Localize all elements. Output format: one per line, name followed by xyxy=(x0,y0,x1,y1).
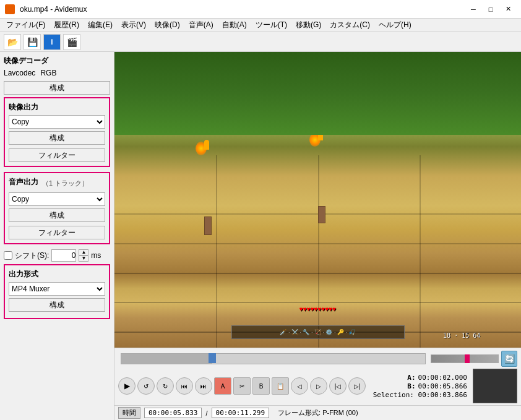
menu-history[interactable]: 履歴(R) xyxy=(50,19,83,32)
menu-bar: ファイル(F) 履歴(R) 編集(E) 表示(V) 映像(D) 音声(A) 自動… xyxy=(0,19,521,32)
shift-row: シフト(S): ▲ ▼ ms xyxy=(4,249,110,262)
decoder-row: Lavcodec RGB xyxy=(4,69,110,77)
time-separator: / xyxy=(205,409,207,417)
maximize-button[interactable]: □ xyxy=(483,3,499,15)
paste-button[interactable]: 📋 xyxy=(272,377,289,395)
video-preview: ♥♥♥♥♥♥♥♥♥♥ 🗡️ · ⚔️ · 🔧 · 🏹 · ⚙️ · 🔑 · 🎣 … xyxy=(114,52,521,348)
loop-indicator: 🔄 xyxy=(501,351,517,367)
close-button[interactable]: ✕ xyxy=(500,3,516,15)
total-time: 00:00:11.299 xyxy=(212,408,269,418)
go-start-button[interactable]: |◁ xyxy=(329,377,347,395)
video-panel: ♥♥♥♥♥♥♥♥♥♥ 🗡️ · ⚔️ · 🔧 · 🏹 · ⚙️ · 🔑 · 🎣 … xyxy=(114,52,521,420)
decoder-label: 映像デコーダ xyxy=(4,56,110,66)
audio-output-label: 音声出力 xyxy=(9,177,38,187)
audio-track-info: （1 トラック） xyxy=(42,179,88,188)
menu-auto[interactable]: 自動(A) xyxy=(218,19,251,32)
toolbar-info[interactable]: i xyxy=(43,34,61,50)
a-label: A: xyxy=(407,374,415,382)
audio-output-box: 音声出力 （1 トラック） Copy AAC MP3 AC3 構成 フィルター xyxy=(4,172,110,244)
forward-button[interactable]: ↻ xyxy=(157,377,174,395)
toolbar-preview[interactable]: 🎬 xyxy=(63,34,80,50)
bottom-controls: 🔄 ▶ ↺ ↻ ⏮ ⏭ A ✂ B 📋 ◁ ▷ |◁ ▷| xyxy=(114,348,521,420)
menu-edit[interactable]: 編集(E) xyxy=(84,19,116,32)
audio-output-dropdown[interactable]: Copy AAC MP3 AC3 xyxy=(9,192,105,206)
toolbar-save[interactable]: 💾 xyxy=(24,34,41,50)
main-timeline[interactable] xyxy=(121,353,426,364)
app-icon xyxy=(5,4,15,14)
decoder-codec: Lavcodec xyxy=(4,69,35,77)
menu-video[interactable]: 映像(D) xyxy=(151,19,184,32)
time-mode-button[interactable]: 時間 xyxy=(118,407,140,419)
menu-file[interactable]: ファイル(F) xyxy=(2,19,49,32)
video-output-dropdown[interactable]: Copy x264 x265 FFV1 xyxy=(9,115,105,129)
audio-filter-button[interactable]: フィルター xyxy=(9,226,105,239)
a-time: 00:00:02.000 xyxy=(418,374,467,382)
left-panel: 映像デコーダ Lavcodec RGB 構成 映像出力 Copy x264 x2… xyxy=(0,52,114,420)
output-format-dropdown[interactable]: MP4 Muxer MKV Muxer AVI Muxer xyxy=(9,282,105,296)
menu-help[interactable]: ヘルプ(H) xyxy=(375,19,415,32)
timeline-row: 🔄 xyxy=(114,348,521,367)
shift-up-button[interactable]: ▲ xyxy=(79,249,88,255)
frame-info: フレーム形式: P-FRM (00) xyxy=(278,408,358,418)
next-keyframe-button[interactable]: ⏭ xyxy=(195,377,212,395)
minimize-button[interactable]: ─ xyxy=(465,3,481,15)
current-time: 00:00:05.833 xyxy=(144,408,202,418)
title-bar: oku.mp4 - Avidemux ─ □ ✕ xyxy=(0,0,521,19)
toolbar: 📂 💾 i 🎬 xyxy=(0,32,521,52)
audio-config-button[interactable]: 構成 xyxy=(9,208,105,222)
b-time: 00:00:05.866 xyxy=(418,382,467,390)
shift-label: シフト(S): xyxy=(15,251,49,261)
shift-down-button[interactable]: ▼ xyxy=(79,255,88,262)
shift-input[interactable] xyxy=(51,249,76,262)
menu-tools[interactable]: ツール(T) xyxy=(252,19,291,32)
b-label: B: xyxy=(407,382,415,390)
window-title: oku.mp4 - Avidemux xyxy=(20,5,87,14)
video-config-button[interactable]: 構成 xyxy=(9,131,105,145)
shift-checkbox[interactable] xyxy=(4,251,12,260)
decoder-section: 映像デコーダ Lavcodec RGB 構成 xyxy=(4,56,110,97)
timeline-thumb[interactable] xyxy=(209,353,216,363)
decoder-format: RGB xyxy=(40,69,56,77)
toolbar-open[interactable]: 📂 xyxy=(4,34,21,50)
output-format-label: 出力形式 xyxy=(9,269,105,280)
output-format-config-button[interactable]: 構成 xyxy=(9,298,105,312)
content-area: 映像デコーダ Lavcodec RGB 構成 映像出力 Copy x264 x2… xyxy=(0,52,521,420)
mark-b-button[interactable]: B xyxy=(252,377,270,395)
video-output-box: 映像出力 Copy x264 x265 FFV1 構成 フィルター xyxy=(4,97,110,167)
play-button[interactable]: ▶ xyxy=(118,377,136,395)
preview-thumbnail xyxy=(473,369,517,403)
menu-custom[interactable]: カスタム(C) xyxy=(326,19,374,32)
shift-spinner: ▲ ▼ xyxy=(79,249,88,262)
playback-controls: ▶ ↺ ↻ ⏮ ⏭ A ✂ B 📋 ◁ ▷ |◁ ▷| A xyxy=(114,367,521,405)
video-filter-button[interactable]: フィルター xyxy=(9,148,105,162)
prev-frame-button[interactable]: ◁ xyxy=(291,377,308,395)
menu-view[interactable]: 表示(V) xyxy=(118,19,150,32)
cut-button[interactable]: ✂ xyxy=(233,377,251,395)
menu-audio[interactable]: 音声(A) xyxy=(185,19,217,32)
selection-label: Selection: 00:00:03.866 xyxy=(373,391,467,399)
rewind-button[interactable]: ↺ xyxy=(137,377,155,395)
window-controls: ─ □ ✕ xyxy=(465,3,516,15)
status-bar: 時間 00:00:05.833 / 00:00:11.299 フレーム形式: P… xyxy=(114,405,521,420)
shift-unit: ms xyxy=(91,251,101,260)
menu-navigate[interactable]: 移動(G) xyxy=(292,19,325,32)
prev-keyframe-button[interactable]: ⏮ xyxy=(176,377,193,395)
go-end-button[interactable]: ▷| xyxy=(348,377,366,395)
mark-a-button[interactable]: A xyxy=(214,377,231,395)
output-format-box: 出力形式 MP4 Muxer MKV Muxer AVI Muxer 構成 xyxy=(4,264,110,319)
next-frame-button[interactable]: ▷ xyxy=(310,377,327,395)
volume-slider[interactable] xyxy=(431,354,499,363)
decoder-config-button[interactable]: 構成 xyxy=(4,81,110,95)
video-output-label: 映像出力 xyxy=(9,102,105,113)
